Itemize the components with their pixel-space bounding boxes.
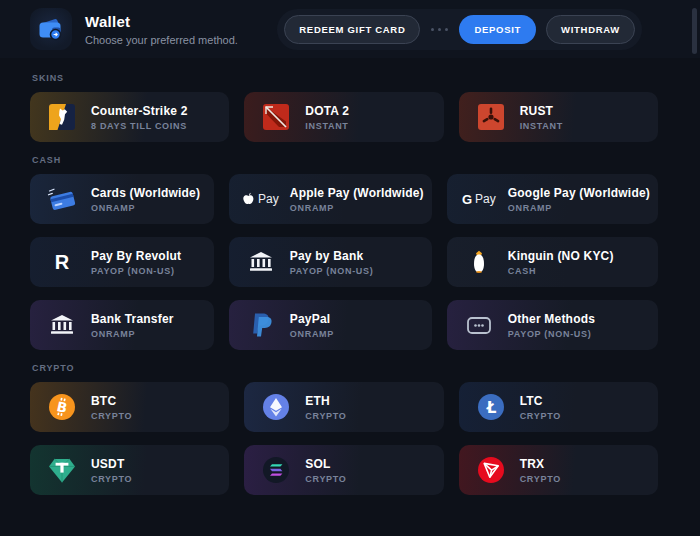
method-text: DOTA 2 INSTANT <box>305 104 349 131</box>
other-methods-icon <box>458 304 500 346</box>
method-text: Pay by Bank PAYOP (NON-US) <box>290 249 374 276</box>
method-text: Counter-Strike 2 8 DAYS TILL COINS <box>91 104 188 131</box>
method-card-other-methods[interactable]: Other Methods PAYOP (NON-US) <box>447 300 658 350</box>
method-title: Other Methods <box>508 312 595 326</box>
redeem-gift-card-button[interactable]: REDEEM GIFT CARD <box>284 15 420 44</box>
method-title: Bank Transfer <box>91 312 174 326</box>
method-text: RUST INSTANT <box>520 104 563 131</box>
method-subtitle: 8 DAYS TILL COINS <box>91 121 188 131</box>
method-section: CRYPTO B BTC CRYPTO ETH CRYPTO Ł LTC CRY… <box>30 363 658 495</box>
method-subtitle: CASH <box>508 266 614 276</box>
method-card-kinguin[interactable]: Kinguin (NO KYC) CASH <box>447 237 658 287</box>
method-card-sol[interactable]: SOL CRYPTO <box>244 445 443 495</box>
method-subtitle: ONRAMP <box>290 203 424 213</box>
page-subtitle: Choose your preferred method. <box>85 34 238 46</box>
section-grid: Cards (Worldwide) ONRAMP Pay Apple Pay (… <box>30 174 658 350</box>
method-subtitle: CRYPTO <box>91 411 132 421</box>
sol-icon <box>255 449 297 491</box>
method-title: Kinguin (NO KYC) <box>508 249 614 263</box>
method-subtitle: PAYOP (NON-US) <box>508 329 595 339</box>
method-subtitle: CRYPTO <box>305 474 346 484</box>
method-text: SOL CRYPTO <box>305 457 346 484</box>
method-text: Other Methods PAYOP (NON-US) <box>508 312 595 339</box>
method-card-bank[interactable]: Bank Transfer ONRAMP <box>30 300 214 350</box>
page-title: Wallet <box>85 13 238 30</box>
method-title: Apple Pay (Worldwide) <box>290 186 424 200</box>
method-card-trx[interactable]: TRX CRYPTO <box>459 445 658 495</box>
method-text: Bank Transfer ONRAMP <box>91 312 174 339</box>
wallet-icon <box>30 8 72 50</box>
method-card-apple-pay[interactable]: Pay Apple Pay (Worldwide) ONRAMP <box>229 174 432 224</box>
method-section: SKINS Counter-Strike 2 8 DAYS TILL COINS… <box>30 73 658 142</box>
method-card-paypal[interactable]: PayPal ONRAMP <box>229 300 432 350</box>
method-subtitle: PAYOP (NON-US) <box>290 266 374 276</box>
bank-icon <box>240 241 282 283</box>
method-title: TRX <box>520 457 561 471</box>
kinguin-icon <box>458 241 500 283</box>
wallet-header: Wallet Choose your preferred method. RED… <box>0 0 700 58</box>
method-section: CASH Cards (Worldwide) ONRAMP Pay Apple … <box>30 155 658 350</box>
method-text: ETH CRYPTO <box>305 394 346 421</box>
method-text: USDT CRYPTO <box>91 457 132 484</box>
method-card-revolut[interactable]: R Pay By Revolut PAYOP (NON-US) <box>30 237 214 287</box>
method-title: Pay by Bank <box>290 249 374 263</box>
method-card-bank[interactable]: Pay by Bank PAYOP (NON-US) <box>229 237 432 287</box>
method-text: Apple Pay (Worldwide) ONRAMP <box>290 186 424 213</box>
method-title: PayPal <box>290 312 334 326</box>
method-title: SOL <box>305 457 346 471</box>
section-label: CASH <box>32 155 658 165</box>
method-card-btc[interactable]: B BTC CRYPTO <box>30 382 229 432</box>
method-text: Kinguin (NO KYC) CASH <box>508 249 614 276</box>
method-text: PayPal ONRAMP <box>290 312 334 339</box>
sections: SKINS Counter-Strike 2 8 DAYS TILL COINS… <box>0 58 700 495</box>
method-text: BTC CRYPTO <box>91 394 132 421</box>
credit-card-icon <box>41 178 83 220</box>
svg-text:Ł: Ł <box>485 399 496 417</box>
method-title: BTC <box>91 394 132 408</box>
method-subtitle: CRYPTO <box>305 411 346 421</box>
dota2-icon <box>255 96 297 138</box>
method-text: Pay By Revolut PAYOP (NON-US) <box>91 249 181 276</box>
method-title: Pay By Revolut <box>91 249 181 263</box>
method-card-google-pay[interactable]: GPay Google Pay (Worldwide) ONRAMP <box>447 174 658 224</box>
method-subtitle: INSTANT <box>305 121 349 131</box>
trx-icon <box>470 449 512 491</box>
method-subtitle: CRYPTO <box>520 411 561 421</box>
method-card-rust[interactable]: RUST INSTANT <box>459 92 658 142</box>
method-subtitle: INSTANT <box>520 121 563 131</box>
btc-icon: B <box>41 386 83 428</box>
ltc-icon: Ł <box>470 386 512 428</box>
method-card-usdt[interactable]: USDT CRYPTO <box>30 445 229 495</box>
paypal-icon <box>240 304 282 346</box>
scrollbar[interactable] <box>692 8 697 54</box>
section-label: SKINS <box>32 73 658 83</box>
method-subtitle: ONRAMP <box>290 329 334 339</box>
method-title: USDT <box>91 457 132 471</box>
method-card-credit-card[interactable]: Cards (Worldwide) ONRAMP <box>30 174 214 224</box>
method-subtitle: CRYPTO <box>91 474 132 484</box>
usdt-icon <box>41 449 83 491</box>
method-card-eth[interactable]: ETH CRYPTO <box>244 382 443 432</box>
method-subtitle: CRYPTO <box>520 474 561 484</box>
method-card-dota2[interactable]: DOTA 2 INSTANT <box>244 92 443 142</box>
cs2-icon <box>41 96 83 138</box>
method-subtitle: ONRAMP <box>91 203 200 213</box>
method-subtitle: PAYOP (NON-US) <box>91 266 181 276</box>
method-card-cs2[interactable]: Counter-Strike 2 8 DAYS TILL COINS <box>30 92 229 142</box>
withdraw-button[interactable]: WITHDRAW <box>546 15 635 44</box>
method-title: Cards (Worldwide) <box>91 186 200 200</box>
section-grid: Counter-Strike 2 8 DAYS TILL COINS DOTA … <box>30 92 658 142</box>
method-card-ltc[interactable]: Ł LTC CRYPTO <box>459 382 658 432</box>
actions-separator-dots <box>430 28 449 31</box>
method-title: Google Pay (Worldwide) <box>508 186 650 200</box>
rust-icon <box>470 96 512 138</box>
google-pay-icon: GPay <box>458 178 500 220</box>
apple-pay-icon: Pay <box>240 178 282 220</box>
method-title: LTC <box>520 394 561 408</box>
section-grid: B BTC CRYPTO ETH CRYPTO Ł LTC CRYPTO USD… <box>30 382 658 495</box>
method-text: LTC CRYPTO <box>520 394 561 421</box>
method-subtitle: ONRAMP <box>91 329 174 339</box>
deposit-button[interactable]: DEPOSIT <box>459 15 536 44</box>
section-label: CRYPTO <box>32 363 658 373</box>
method-text: Google Pay (Worldwide) ONRAMP <box>508 186 650 213</box>
